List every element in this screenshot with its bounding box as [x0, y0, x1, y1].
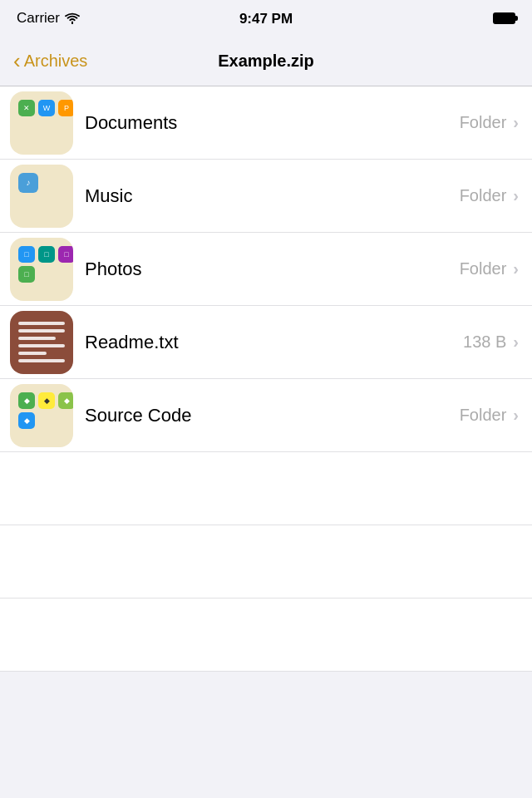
nav-title: Example.zip	[218, 52, 314, 71]
readme-line	[18, 337, 56, 340]
file-list: ✕ W P Documents Folder ›	[0, 86, 532, 672]
mini-icon-empty	[18, 120, 35, 136]
back-label: Archives	[24, 52, 88, 71]
back-chevron-icon: ‹	[13, 50, 21, 71]
mini-icon: □	[18, 266, 35, 283]
mini-icon-empty	[38, 432, 55, 447]
battery-indicator	[493, 12, 515, 24]
mini-icon: □	[38, 246, 55, 263]
carrier-text: Carrier	[17, 10, 60, 27]
mini-icon-empty	[58, 140, 73, 155]
readme-line	[18, 352, 47, 355]
item-name: Photos	[85, 259, 460, 280]
mini-icon: ◆	[58, 392, 73, 409]
mini-icon-empty	[38, 286, 55, 301]
battery-icon	[493, 12, 515, 24]
mini-icon: □	[18, 246, 35, 263]
mini-icon-empty	[58, 266, 73, 283]
mini-icon: ◆	[18, 412, 35, 429]
navigation-bar: ‹ Archives Example.zip	[0, 37, 532, 86]
mini-icon-empty	[38, 412, 55, 429]
item-meta: 138 B ›	[463, 332, 519, 352]
carrier-info: Carrier	[17, 10, 80, 27]
chevron-right-icon: ›	[513, 186, 519, 205]
music-icon: ♪	[10, 165, 73, 228]
mini-icon-empty	[38, 120, 55, 136]
item-name: Music	[85, 185, 460, 207]
photos-icon: □ □ □ □	[10, 238, 73, 301]
chevron-right-icon: ›	[513, 332, 519, 352]
item-size: 138 B	[463, 332, 506, 352]
status-time: 9:47 PM	[239, 11, 293, 27]
mini-icon-empty	[38, 266, 55, 283]
mini-icon-empty	[18, 140, 35, 155]
list-item[interactable]: ◆ ◆ ◆ ◆ Source Code Folder ›	[0, 379, 532, 452]
mini-icon: P	[58, 100, 73, 116]
item-name: Source Code	[85, 405, 460, 426]
mini-icon: ✕	[18, 100, 35, 116]
documents-icon: ✕ W P	[10, 91, 73, 155]
back-button[interactable]: ‹ Archives	[13, 52, 87, 71]
readme-line	[18, 322, 65, 325]
wifi-icon	[65, 12, 80, 24]
svg-text:♪: ♪	[27, 178, 31, 187]
readme-line	[18, 359, 65, 362]
list-item[interactable]: ✕ W P Documents Folder ›	[0, 86, 532, 160]
mini-icon-empty	[58, 412, 73, 429]
mini-icon-empty	[38, 140, 55, 155]
readme-icon	[10, 311, 73, 374]
mini-icon-empty	[18, 286, 35, 301]
sourcecode-icon: ◆ ◆ ◆ ◆	[10, 384, 73, 447]
mini-icon: □	[58, 246, 73, 263]
mini-icon: W	[38, 100, 55, 116]
mini-icon: ◆	[18, 392, 35, 409]
list-item[interactable]: □ □ □ □ Photos Folder ›	[0, 233, 532, 306]
mini-icon-empty	[58, 120, 73, 136]
item-type: Folder	[460, 406, 507, 425]
item-meta: Folder ›	[460, 406, 519, 425]
item-type: Folder	[460, 113, 507, 132]
item-type: Folder	[460, 259, 507, 278]
item-name: Readme.txt	[85, 332, 463, 353]
empty-row	[0, 525, 532, 598]
mini-icon-empty	[58, 432, 73, 447]
item-type: Folder	[460, 186, 507, 205]
chevron-right-icon: ›	[513, 259, 519, 278]
status-bar: Carrier 9:47 PM	[0, 0, 532, 37]
mini-icon: ◆	[38, 392, 55, 409]
music-app-icon: ♪	[18, 173, 38, 193]
chevron-right-icon: ›	[513, 406, 519, 425]
item-name: Documents	[85, 112, 460, 134]
item-meta: Folder ›	[460, 113, 519, 132]
empty-row	[0, 452, 532, 525]
readme-line	[18, 329, 65, 332]
list-item[interactable]: Readme.txt 138 B ›	[0, 306, 532, 379]
chevron-right-icon: ›	[513, 113, 519, 132]
item-meta: Folder ›	[460, 186, 519, 205]
item-meta: Folder ›	[460, 259, 519, 278]
mini-icon-empty	[18, 432, 35, 447]
mini-icon-empty	[58, 286, 73, 301]
empty-row	[0, 598, 532, 672]
list-item[interactable]: ♪ Music Folder ›	[0, 160, 532, 233]
readme-line	[18, 344, 65, 347]
